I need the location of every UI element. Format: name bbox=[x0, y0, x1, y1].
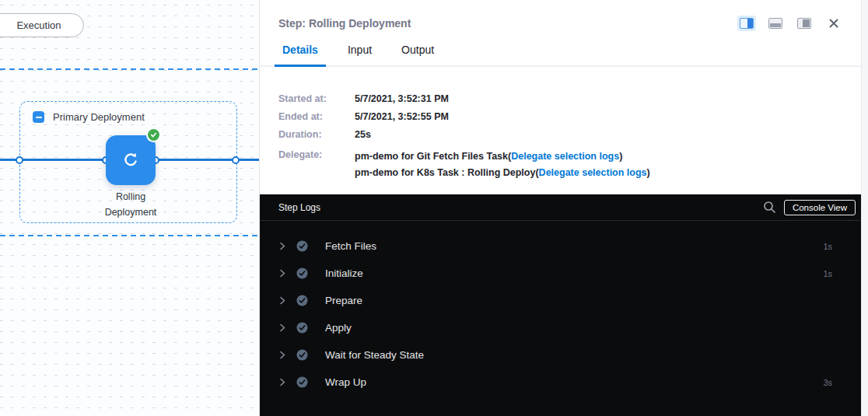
log-duration: 1s bbox=[823, 269, 832, 278]
step-logs-title: Step Logs bbox=[278, 202, 320, 213]
log-duration: 3s bbox=[823, 378, 832, 387]
close-panel-button[interactable] bbox=[828, 18, 839, 29]
step-details-panel: Step: Rolling Deployment Details Input O… bbox=[260, 0, 861, 416]
detail-row-delegate: Delegate: pm-demo for Git Fetch Files Ta… bbox=[278, 149, 842, 181]
check-circle-icon bbox=[296, 376, 308, 388]
execution-tab[interactable]: Execution bbox=[0, 13, 84, 37]
log-row-fetch-files[interactable]: Fetch Files 1s bbox=[260, 232, 861, 260]
stage-boundary-top bbox=[0, 68, 259, 70]
check-circle-icon bbox=[296, 322, 308, 334]
stage-boundary-bottom bbox=[0, 235, 259, 236]
chevron-right-icon[interactable] bbox=[278, 351, 286, 359]
node-status-badge bbox=[146, 128, 161, 142]
right-view-icon bbox=[797, 18, 811, 29]
delegate-value: pm-demo for Git Fetch Files Task(Delegat… bbox=[355, 149, 650, 181]
search-icon bbox=[763, 201, 776, 214]
connector-point bbox=[232, 156, 240, 164]
log-search-button[interactable] bbox=[763, 201, 776, 214]
log-row-prepare[interactable]: Prepare bbox=[260, 287, 861, 314]
details-section: Started at: 5/7/2021, 3:52:31 PM Ended a… bbox=[260, 67, 861, 194]
chevron-right-icon[interactable] bbox=[278, 296, 286, 305]
check-circle-icon bbox=[296, 349, 308, 361]
collapse-minus-icon[interactable] bbox=[33, 111, 44, 123]
log-duration: 1s bbox=[823, 242, 832, 251]
logs-controls: Console View bbox=[763, 200, 856, 215]
group-label: Primary Deployment bbox=[53, 111, 145, 123]
tab-input[interactable]: Input bbox=[340, 44, 380, 65]
delegate-line: pm-demo for K8s Task : Rolling Deploy(De… bbox=[355, 165, 650, 181]
right-view-button[interactable] bbox=[795, 16, 814, 31]
started-at-value: 5/7/2021, 3:52:31 PM bbox=[355, 93, 449, 105]
split-right-view-icon bbox=[740, 18, 754, 29]
ended-at-value: 5/7/2021, 3:52:55 PM bbox=[355, 110, 449, 123]
rolling-deployment-node[interactable] bbox=[106, 135, 156, 185]
delegate-selection-logs-link[interactable]: Delegate selection logs bbox=[539, 167, 647, 178]
tab-details[interactable]: Details bbox=[275, 44, 326, 65]
chevron-right-icon[interactable] bbox=[278, 242, 286, 250]
check-circle-icon bbox=[296, 295, 308, 306]
check-circle-icon bbox=[296, 267, 308, 279]
chevron-right-icon[interactable] bbox=[278, 269, 286, 278]
chevron-right-icon[interactable] bbox=[278, 323, 286, 332]
panel-tabs: Details Input Output bbox=[260, 44, 861, 67]
panel-header-controls bbox=[737, 16, 839, 31]
pipeline-canvas[interactable]: Execution Primary Deployment Rolling Dep… bbox=[0, 0, 260, 416]
delegate-selection-logs-link[interactable]: Delegate selection logs bbox=[511, 151, 619, 162]
delegate-line: pm-demo for Git Fetch Files Task(Delegat… bbox=[355, 149, 650, 165]
rolling-deployment-refresh-icon bbox=[121, 151, 140, 170]
connector-point bbox=[16, 156, 23, 164]
panel-header: Step: Rolling Deployment bbox=[260, 0, 861, 31]
success-check-icon bbox=[148, 129, 159, 141]
bottom-view-button[interactable] bbox=[766, 16, 785, 31]
node-label: Rolling Deployment bbox=[76, 189, 185, 220]
log-rows: Fetch Files 1s Initialize 1s Prepare App… bbox=[260, 221, 861, 396]
bottom-view-icon bbox=[768, 18, 782, 29]
execution-tab-label: Execution bbox=[16, 19, 61, 31]
split-right-view-button[interactable] bbox=[737, 16, 756, 31]
close-icon bbox=[828, 18, 839, 29]
panel-title: Step: Rolling Deployment bbox=[278, 17, 411, 30]
detail-row-started: Started at: 5/7/2021, 3:52:31 PM bbox=[278, 93, 842, 105]
log-row-wrap-up[interactable]: Wrap Up 3s bbox=[260, 369, 861, 396]
detail-row-duration: Duration: 25s bbox=[278, 128, 842, 141]
group-header: Primary Deployment bbox=[33, 111, 145, 123]
panel-scrollbar-track[interactable] bbox=[861, 0, 868, 416]
detail-row-ended: Ended at: 5/7/2021, 3:52:55 PM bbox=[278, 110, 842, 123]
chevron-right-icon[interactable] bbox=[278, 378, 286, 386]
log-row-initialize[interactable]: Initialize 1s bbox=[260, 260, 861, 287]
log-row-apply[interactable]: Apply bbox=[260, 314, 861, 341]
duration-value: 25s bbox=[355, 128, 371, 141]
log-row-wait-steady-state[interactable]: Wait for Steady State bbox=[260, 341, 861, 369]
console-view-button[interactable]: Console View bbox=[784, 200, 856, 215]
tab-output[interactable]: Output bbox=[394, 44, 442, 65]
check-circle-icon bbox=[296, 240, 308, 252]
step-logs-header: Step Logs Console View bbox=[260, 194, 861, 221]
step-logs-panel: Step Logs Console View Fetch Files 1s bbox=[260, 194, 861, 416]
